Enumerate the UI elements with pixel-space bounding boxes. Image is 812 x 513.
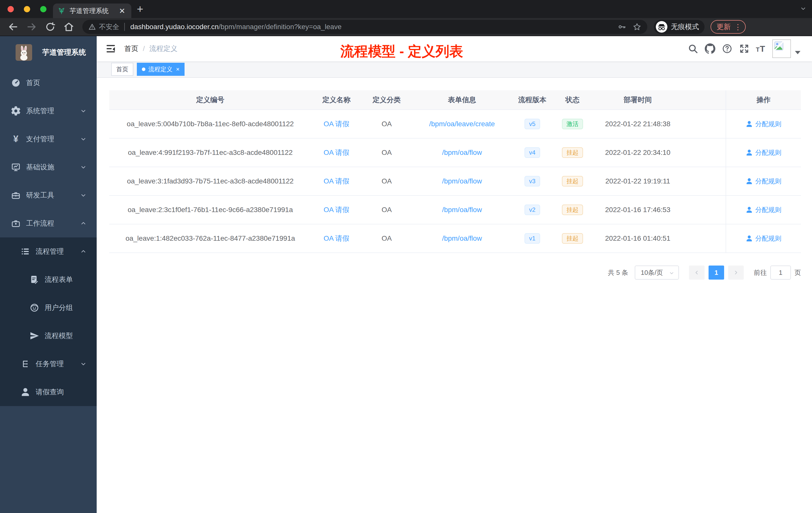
breadcrumb: 首页 / 流程定义: [124, 44, 177, 54]
tag-close-icon[interactable]: ×: [176, 66, 179, 73]
fullscreen-icon[interactable]: [739, 43, 750, 54]
github-icon[interactable]: [705, 43, 715, 54]
org-tree-icon: [21, 359, 30, 369]
sidebar-item-dev-tools[interactable]: 研发工具: [0, 181, 97, 209]
bookmark-star-icon[interactable]: [633, 23, 641, 31]
form-link[interactable]: /bpm/oa/leave/create: [412, 110, 512, 138]
chevron-up-icon: [80, 248, 87, 255]
sidebar-item-process-form[interactable]: 流程表单: [0, 266, 97, 294]
tab-close-icon[interactable]: ✕: [117, 6, 127, 15]
assign-rule-link[interactable]: 分配规则: [726, 139, 801, 167]
page-number-1[interactable]: 1: [708, 266, 724, 280]
url-separator: [124, 23, 125, 31]
user-icon: [746, 120, 753, 127]
definition-name-link[interactable]: OA 请假: [311, 139, 361, 167]
assign-rule-link[interactable]: 分配规则: [726, 110, 801, 138]
tabstrip-chevron-icon[interactable]: [800, 5, 807, 13]
sidebar-item-label: 用户分组: [45, 303, 73, 312]
window-zoom-button[interactable]: [40, 6, 47, 12]
key-icon[interactable]: [618, 23, 626, 31]
paper-plane-icon: [30, 331, 39, 340]
version-badge: v2: [512, 196, 552, 224]
pagination: 共 5 条 10条/页 1 前往 页: [97, 266, 801, 280]
sidebar-item-label: 支付管理: [26, 134, 54, 144]
definition-id-cell: oa_leave:3:1fad3d93-7b75-11ec-a3c8-acde4…: [109, 167, 311, 195]
tree-list-icon: [21, 247, 30, 256]
sidebar-item-payment-management[interactable]: ¥支付管理: [0, 125, 97, 153]
assign-rule-link[interactable]: 分配规则: [726, 167, 801, 195]
deploy-time-cell: 2022-01-22 19:19:11: [592, 167, 683, 195]
definition-name-link[interactable]: OA 请假: [311, 196, 361, 224]
column-header: 部署时间: [592, 90, 683, 110]
page-annotation: 流程模型 - 定义列表: [314, 42, 490, 61]
sidebar-item-label: 研发工具: [26, 190, 54, 200]
version-badge: v3: [512, 167, 552, 195]
address-bar[interactable]: 不安全 dashboard.yudao.iocoder.cn/bpm/manag…: [82, 20, 647, 34]
more-menu-icon[interactable]: ⋮: [734, 23, 742, 31]
sidebar-item-process-management[interactable]: 流程管理: [0, 237, 97, 266]
page-size-select[interactable]: 10条/页: [635, 266, 679, 280]
briefcase-icon: [11, 219, 21, 228]
sidebar-item-label: 系统管理: [26, 106, 54, 116]
screen: 芋道管理系统 ✕ + 不安全 dashboard.yudao.iocoder.c…: [0, 0, 812, 513]
form-link[interactable]: /bpm/oa/flow: [412, 167, 512, 195]
assign-rule-link[interactable]: 分配规则: [726, 196, 801, 224]
definition-name-link[interactable]: OA 请假: [311, 110, 361, 138]
form-link[interactable]: /bpm/oa/flow: [412, 139, 512, 167]
sidebar-item-user-group[interactable]: 用户分组: [0, 294, 97, 322]
chevron-down-icon: [80, 108, 87, 114]
goto-page-input[interactable]: [770, 266, 791, 280]
forward-icon[interactable]: [26, 21, 37, 32]
breadcrumb-home[interactable]: 首页: [124, 44, 138, 54]
tag-process-definition[interactable]: 流程定义 ×: [137, 63, 184, 76]
gear-icon: [11, 106, 21, 116]
definition-id-cell: oa_leave:1:482ec033-762a-11ec-8477-a2380…: [109, 224, 311, 252]
assign-rule-link[interactable]: 分配规则: [726, 224, 801, 252]
font-size-icon[interactable]: TT: [756, 44, 765, 54]
hamburger-fold-icon[interactable]: [105, 43, 116, 54]
sidebar-item-infrastructure[interactable]: 基础设施: [0, 153, 97, 181]
sidebar-logo[interactable]: 芋道管理系统: [0, 36, 97, 69]
navbar-actions: TT: [681, 39, 812, 58]
sidebar-item-home[interactable]: 首页: [0, 69, 97, 97]
reload-icon[interactable]: [45, 21, 56, 32]
goto-label: 前往: [754, 268, 767, 277]
sidebar-item-task-management[interactable]: 任务管理: [0, 350, 97, 378]
user-icon: [746, 149, 753, 156]
sidebar-item-workflow[interactable]: 工作流程: [0, 209, 97, 237]
question-icon[interactable]: [722, 43, 732, 54]
back-icon[interactable]: [7, 21, 19, 32]
home-icon[interactable]: [63, 21, 74, 32]
avatar-caret-icon[interactable]: [795, 51, 801, 54]
person-icon: [21, 387, 30, 397]
update-button[interactable]: 更新 ⋮: [710, 20, 746, 34]
browser-tab[interactable]: 芋道管理系统 ✕: [53, 3, 131, 18]
sidebar-item-system-management[interactable]: 系统管理: [0, 97, 97, 125]
browser-tabstrip: 芋道管理系统 ✕ +: [0, 0, 812, 18]
tag-home[interactable]: 首页: [111, 63, 133, 76]
definition-name-link[interactable]: OA 请假: [311, 167, 361, 195]
next-page-button[interactable]: [728, 266, 744, 280]
category-cell: OA: [361, 196, 412, 224]
sidebar-item-label: 工作流程: [26, 219, 54, 228]
column-header: 定义编号: [109, 90, 311, 110]
form-link[interactable]: /bpm/oa/flow: [412, 224, 512, 252]
window-close-button[interactable]: [7, 6, 14, 12]
column-header: 操作: [726, 90, 801, 110]
deploy-time-cell: 2022-01-22 21:48:38: [592, 110, 683, 138]
version-badge: v1: [512, 224, 552, 252]
window-controls: [7, 6, 47, 12]
search-icon[interactable]: [688, 43, 698, 54]
form-link[interactable]: /bpm/oa/flow: [412, 196, 512, 224]
user-avatar[interactable]: [772, 39, 791, 58]
sidebar-item-process-model[interactable]: 流程模型: [0, 322, 97, 350]
prev-page-button[interactable]: [689, 266, 704, 280]
column-filler: [683, 90, 726, 110]
table-row: oa_leave:2:3c1f0ef1-76b1-11ec-9c66-a2380…: [109, 196, 801, 224]
column-header: 定义名称: [311, 90, 361, 110]
row-filler: [683, 224, 726, 252]
window-minimize-button[interactable]: [24, 6, 30, 12]
new-tab-button[interactable]: +: [137, 3, 143, 15]
sidebar-item-leave-query[interactable]: 请假查询: [0, 378, 97, 406]
definition-name-link[interactable]: OA 请假: [311, 224, 361, 252]
